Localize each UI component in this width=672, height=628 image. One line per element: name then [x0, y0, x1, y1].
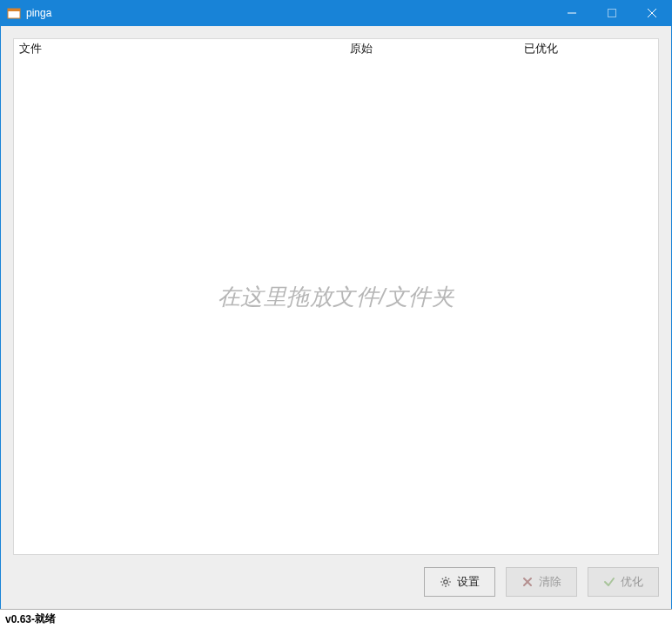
statusbar: v0.63 - 就绪 [0, 609, 672, 628]
maximize-button[interactable] [592, 0, 632, 26]
client-area: 文件 原始 已优化 在这里拖放文件/文件夹 设置 清除 优化 [0, 26, 672, 609]
svg-point-6 [444, 580, 447, 584]
status-version: v0.63 [5, 613, 31, 625]
minimize-icon [568, 9, 576, 17]
column-file[interactable]: 文件 [17, 41, 350, 57]
x-icon [521, 576, 534, 588]
app-icon [7, 6, 21, 20]
column-optimized[interactable]: 已优化 [524, 41, 658, 57]
list-header: 文件 原始 已优化 [14, 39, 658, 61]
clear-label: 清除 [539, 574, 561, 590]
svg-rect-3 [608, 10, 616, 17]
close-icon [648, 9, 656, 17]
drop-hint: 在这里拖放文件/文件夹 [14, 282, 658, 312]
titlebar[interactable]: pinga [0, 0, 672, 26]
maximize-icon [608, 9, 616, 17]
optimize-label: 优化 [621, 574, 643, 590]
button-row: 设置 清除 优化 [1, 567, 671, 609]
gear-icon [440, 576, 452, 588]
optimize-button[interactable]: 优化 [588, 567, 659, 597]
window-title: pinga [26, 7, 51, 19]
check-icon [603, 576, 615, 588]
close-button[interactable] [632, 0, 672, 26]
settings-button[interactable]: 设置 [424, 567, 495, 597]
clear-button[interactable]: 清除 [506, 567, 577, 597]
column-original[interactable]: 原始 [350, 41, 524, 57]
file-list-area[interactable]: 文件 原始 已优化 在这里拖放文件/文件夹 [13, 38, 659, 555]
status-state: 就绪 [35, 611, 56, 626]
minimize-button[interactable] [552, 0, 592, 26]
settings-label: 设置 [457, 574, 480, 590]
svg-rect-1 [8, 9, 20, 11]
